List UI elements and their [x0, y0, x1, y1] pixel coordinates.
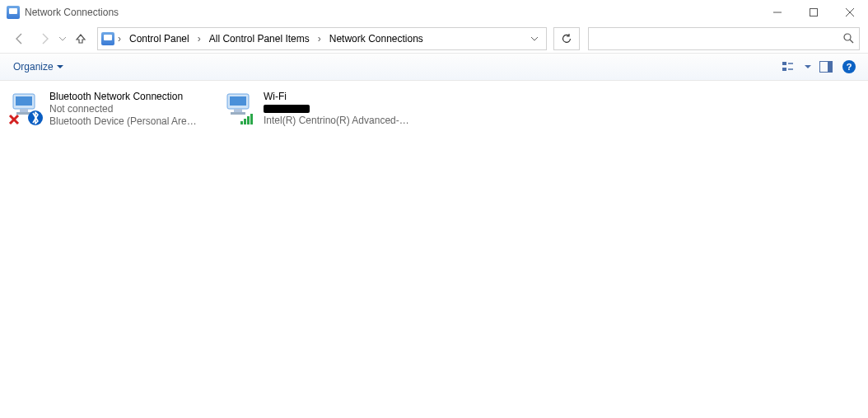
help-icon: ? [842, 60, 856, 73]
svg-line-5 [850, 40, 853, 43]
svg-rect-6 [782, 62, 786, 65]
address-dropdown[interactable] [526, 35, 543, 43]
search-box[interactable] [588, 27, 860, 50]
svg-rect-11 [828, 62, 832, 72]
svg-rect-21 [234, 109, 242, 112]
item-name: Wi-Fi [264, 91, 412, 103]
address-row: › Control Panel › All Control Panel Item… [0, 25, 868, 53]
network-connections-icon [7, 6, 20, 19]
svg-rect-22 [231, 112, 245, 115]
item-name: Bluetooth Network Connection [49, 91, 198, 103]
location-icon [101, 32, 114, 45]
search-input[interactable] [594, 32, 842, 45]
svg-rect-14 [20, 109, 28, 112]
minimize-button[interactable] [759, 0, 796, 25]
command-bar: Organize ? [0, 53, 868, 81]
item-status-redacted [264, 105, 310, 113]
view-options-dropdown[interactable] [802, 57, 814, 77]
breadcrumb-seg-3[interactable]: Network Connections [324, 28, 428, 49]
bluetooth-connection-icon [8, 91, 43, 125]
svg-rect-26 [250, 114, 253, 124]
titlebar: Network Connections [0, 0, 868, 25]
search-icon[interactable] [842, 32, 854, 46]
forward-button[interactable] [33, 27, 56, 50]
item-status: Not connected [49, 103, 198, 115]
item-device: Intel(R) Centrino(R) Advanced-N ... [264, 115, 412, 127]
close-button[interactable] [832, 0, 868, 25]
back-button[interactable] [8, 27, 31, 50]
svg-rect-23 [240, 121, 243, 124]
chevron-right-icon: › [194, 33, 204, 45]
svg-rect-25 [247, 116, 250, 124]
preview-pane-button[interactable] [815, 57, 837, 77]
svg-point-4 [844, 34, 851, 40]
items-view: Bluetooth Network Connection Not connect… [0, 81, 868, 418]
item-device: Bluetooth Device (Personal Area ... [49, 115, 198, 128]
chevron-down-icon [57, 63, 63, 70]
view-options-button[interactable] [779, 57, 800, 77]
organize-label: Organize [13, 61, 54, 73]
window-title: Network Connections [25, 7, 119, 18]
refresh-button[interactable] [553, 27, 580, 50]
wifi-connection-icon [222, 91, 257, 125]
breadcrumb-seg-1[interactable]: Control Panel [124, 28, 194, 49]
connection-item-wifi[interactable]: Wi-Fi Intel(R) Centrino(R) Advanced-N ..… [219, 87, 422, 130]
maximize-button[interactable] [796, 0, 832, 25]
svg-rect-24 [244, 119, 246, 124]
svg-rect-13 [16, 96, 32, 106]
breadcrumb-seg-2[interactable]: All Control Panel Items [204, 28, 315, 49]
connection-item-bluetooth[interactable]: Bluetooth Network Connection Not connect… [5, 87, 208, 131]
chevron-right-icon: › [114, 33, 124, 45]
organize-menu[interactable]: Organize [8, 59, 68, 74]
chevron-right-icon: › [315, 33, 324, 45]
address-bar[interactable]: › Control Panel › All Control Panel Item… [97, 27, 547, 50]
svg-rect-7 [782, 68, 786, 71]
history-dropdown[interactable] [58, 27, 68, 50]
svg-rect-20 [230, 96, 246, 106]
svg-rect-1 [810, 9, 818, 16]
up-button[interactable] [69, 27, 92, 50]
help-button[interactable]: ? [838, 57, 860, 77]
